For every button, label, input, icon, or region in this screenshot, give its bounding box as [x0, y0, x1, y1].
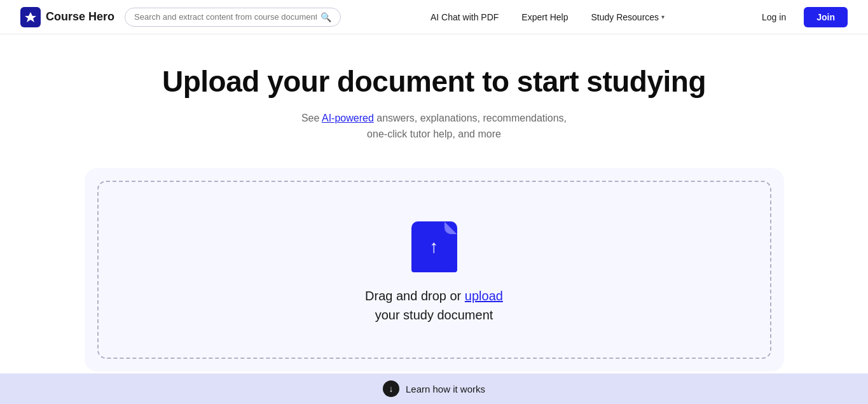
logo[interactable]: Course Hero [20, 7, 114, 27]
header-left: Course Hero 🔍 [20, 7, 341, 27]
subtitle-suffix: answers, explanations, recommendations, [374, 113, 567, 123]
logo-text: Course Hero [46, 10, 114, 24]
subtitle-line2: one-click tutor help, and more [367, 129, 501, 139]
main-content: Upload your document to start studying S… [0, 34, 868, 372]
upload-line2: your study document [375, 308, 493, 322]
search-icon: 🔍 [320, 12, 331, 22]
upload-dropzone[interactable]: ↑ Drag and drop or upload your study doc… [97, 181, 771, 359]
upload-container: ↑ Drag and drop or upload your study doc… [85, 168, 784, 372]
drag-drop-text: Drag and drop or [365, 289, 465, 303]
nav-expert-help[interactable]: Expert Help [521, 12, 568, 22]
upload-link[interactable]: upload [465, 289, 503, 303]
chevron-down-icon: ▾ [661, 13, 665, 20]
login-button[interactable]: Log in [754, 8, 794, 26]
nav-ai-chat[interactable]: AI Chat with PDF [431, 12, 499, 22]
header: Course Hero 🔍 AI Chat with PDF Expert He… [0, 0, 868, 34]
nav-study-resources[interactable]: Study Resources ▾ [591, 12, 665, 22]
subtitle-prefix: See [301, 113, 322, 123]
upload-file-icon: ↑ [411, 221, 457, 272]
logo-icon [20, 7, 41, 27]
ai-powered-link[interactable]: AI-powered [322, 113, 374, 123]
search-bar[interactable]: 🔍 [125, 8, 341, 27]
svg-marker-0 [25, 12, 36, 22]
upload-arrow-icon: ↑ [430, 237, 439, 257]
page-subtitle: See AI-powered answers, explanations, re… [301, 110, 567, 143]
header-right: Log in Join [754, 7, 848, 27]
bottom-bar[interactable]: ↓ Learn how it works [0, 373, 868, 404]
search-input[interactable] [134, 12, 317, 22]
learn-how-text: Learn how it works [406, 384, 485, 394]
main-nav: AI Chat with PDF Expert Help Study Resou… [431, 12, 665, 22]
learn-how-icon: ↓ [383, 380, 399, 397]
page-title: Upload your document to start studying [162, 65, 706, 99]
join-button[interactable]: Join [804, 7, 848, 27]
upload-text: Drag and drop or upload your study docum… [365, 286, 503, 324]
